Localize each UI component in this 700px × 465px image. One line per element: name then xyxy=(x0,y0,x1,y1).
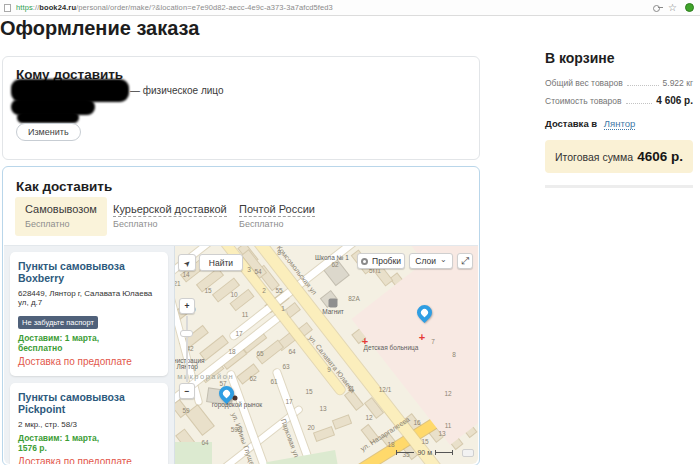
saved-password-key-icon[interactable] xyxy=(653,4,663,12)
delivery-price: бесплатно xyxy=(18,343,160,353)
divider xyxy=(545,185,693,188)
map-building xyxy=(186,405,213,434)
delivery-to-label: Доставка в xyxy=(545,118,597,129)
delivery-price: 1576 р. xyxy=(18,443,160,453)
total-value: 4606 р. xyxy=(637,149,683,164)
tab-price: Бесплатно xyxy=(25,219,97,229)
pickup-points-list[interactable]: Пункты самовывоза Boxberry 628449, Лянто… xyxy=(4,246,174,464)
map-label: Детская больница xyxy=(364,344,419,351)
map-label: 3 xyxy=(247,266,251,273)
traffic-label: Пробки xyxy=(372,256,401,266)
map-label: 64 xyxy=(201,439,208,446)
map-label: 62 xyxy=(331,261,338,268)
pickup-point-address: 628449, Лянтор г, Салавата Юлаева ул, д.… xyxy=(18,289,160,307)
prepay-note: Доставка по предоплате xyxy=(18,456,160,464)
zoom-in-button[interactable]: + xyxy=(179,298,195,314)
tab-russian-post[interactable]: Почтой России Бесплатно xyxy=(239,197,315,236)
tab-label: Курьерской доставкой xyxy=(113,203,227,217)
delivery-section-title: Как доставить xyxy=(16,179,112,194)
dotted-leader xyxy=(626,96,653,104)
change-recipient-button[interactable]: Изменить xyxy=(16,123,81,141)
map-label: 65 xyxy=(256,350,263,357)
layers-dropdown[interactable]: Слои xyxy=(409,253,453,269)
map-label: 82А xyxy=(348,295,360,302)
map-scale: 90 м xyxy=(393,449,456,456)
url-text[interactable]: https://book24.ru/personal/order/make/?&… xyxy=(16,3,653,12)
map-label: 17 xyxy=(235,330,242,337)
map-label: 54 xyxy=(254,268,261,275)
map-label: 62 xyxy=(249,375,256,382)
url-path: /personal/order/make/?&location=e7e90d82… xyxy=(76,3,333,12)
pickup-point-title[interactable]: Пункты самовывоза Boxberry xyxy=(18,260,160,284)
map-building xyxy=(333,416,351,429)
recipient-section: Кому доставить — физическое лицо Изменит… xyxy=(2,56,480,160)
map-label: 55 xyxy=(275,287,282,294)
pickup-points-map[interactable]: Найти Пробки Слои + − 90 м Комсомольская… xyxy=(174,246,478,464)
map-label: 9 xyxy=(327,366,331,373)
zoom-out-button[interactable]: − xyxy=(179,383,195,399)
delivery-date: Доставим: 1 марта, xyxy=(18,433,160,443)
map-label: 15 xyxy=(421,438,428,445)
cart-row-cost: Стоимость товаров 4 606 р. xyxy=(545,95,693,106)
map-label: 63 xyxy=(282,363,289,370)
map-label: 12/1 xyxy=(379,386,392,393)
pickup-point-title[interactable]: Пункты самовывоза Pickpoint xyxy=(18,391,160,415)
map-label: 61 xyxy=(270,378,277,385)
map-label: Школа № 1 xyxy=(315,254,349,261)
map-label: 12 xyxy=(365,414,372,421)
map-label: 7 xyxy=(431,338,435,345)
tab-label: Почтой России xyxy=(239,203,315,217)
tab-pickup[interactable]: Самовывозом Бесплатно xyxy=(15,197,107,236)
map-label: Магнит xyxy=(322,308,344,315)
map-label: 13 xyxy=(319,405,326,412)
traffic-button[interactable]: Пробки xyxy=(357,253,405,269)
map-label: 16 xyxy=(413,419,420,426)
scale-label: 90 м xyxy=(417,449,432,456)
map-label: 20 xyxy=(307,424,314,431)
pickup-point-address: 2 мкр., стр. 58/3 xyxy=(18,420,160,429)
fullscreen-button[interactable] xyxy=(457,253,473,269)
bookmark-star-icon[interactable]: ☆ xyxy=(668,3,677,13)
geolocation-button[interactable] xyxy=(178,254,196,271)
passport-badge: Не забудьте паспорт xyxy=(18,316,98,329)
map-label: 1 xyxy=(281,305,285,312)
map-label: 12 xyxy=(444,390,451,397)
layers-label: Слои xyxy=(415,256,436,266)
map-label: 59/1 xyxy=(231,426,244,433)
map-building xyxy=(345,390,362,409)
map-label: 11 xyxy=(242,311,249,318)
expand-arrows-icon xyxy=(461,255,469,267)
map-label: 11 xyxy=(348,385,355,392)
pickup-point-card[interactable]: Пункты самовывоза Boxberry 628449, Лянто… xyxy=(10,252,168,376)
zoom-slider-track[interactable] xyxy=(186,316,188,382)
zoom-slider-handle[interactable] xyxy=(180,330,193,337)
person-type-label: — физическое лицо xyxy=(130,85,224,96)
tab-price: Бесплатно xyxy=(113,219,227,229)
row-value: 4 606 р. xyxy=(656,95,693,106)
cart-row-weight: Общий вес товаров 5.922 кг xyxy=(545,78,693,88)
browser-address-bar[interactable]: https://book24.ru/personal/order/make/?&… xyxy=(0,0,700,16)
tab-courier[interactable]: Курьерской доставкой Бесплатно xyxy=(113,197,227,236)
pickup-point-card[interactable]: Пункты самовывоза Pickpoint 2 мкр., стр.… xyxy=(10,383,168,464)
map-label: 15 xyxy=(305,388,312,395)
map-label: 15 xyxy=(204,287,211,294)
geolocation-arrow-icon xyxy=(184,258,191,268)
url-host: book24.ru xyxy=(39,3,76,12)
delivery-city-link[interactable]: Лянтор xyxy=(604,118,635,130)
total-label: Итоговая сумма xyxy=(555,151,633,163)
map-label: 64 xyxy=(288,348,295,355)
delivery-date: Доставим: 1 марта, xyxy=(18,333,160,343)
map-label: 8 xyxy=(452,351,456,358)
store-icon xyxy=(329,299,338,308)
map-label: 21 xyxy=(174,280,181,287)
map-label: 18 xyxy=(228,348,235,355)
row-value: 5.922 кг xyxy=(663,78,693,88)
map-label: 18 xyxy=(387,441,394,448)
map-attribution-button[interactable] xyxy=(462,449,474,457)
map-label: 8 xyxy=(277,249,281,256)
traffic-light-icon xyxy=(361,258,368,265)
page-title: Оформление заказа xyxy=(0,17,199,40)
map-label: 59 xyxy=(182,407,189,414)
browser-extension-icon[interactable] xyxy=(685,3,694,12)
map-find-button[interactable]: Найти xyxy=(199,254,243,271)
